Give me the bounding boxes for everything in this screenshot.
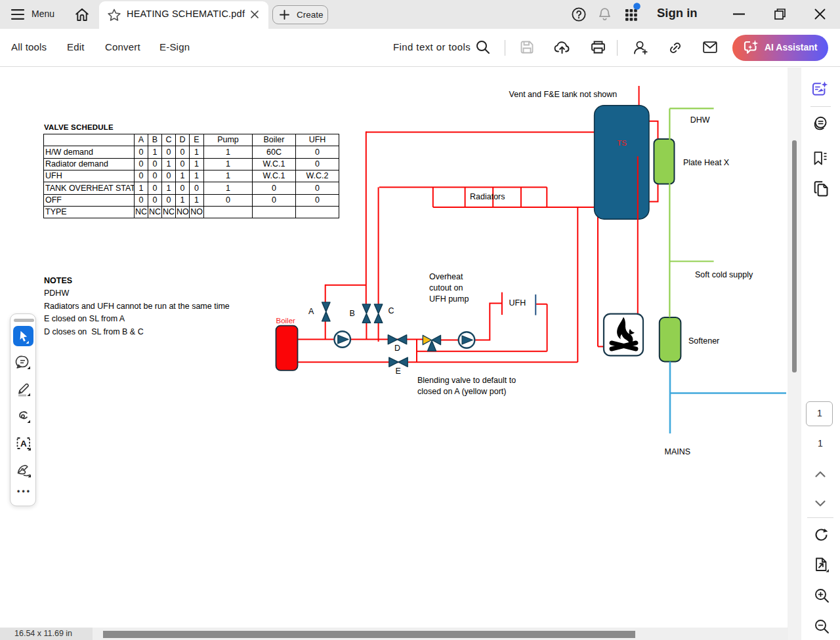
svg-text:Vent and F&E tank not shown: Vent and F&E tank not shown	[509, 90, 618, 99]
svg-text:UFH: UFH	[509, 298, 526, 308]
svg-text:TS: TS	[617, 139, 627, 147]
svg-text:Soft cold supply: Soft cold supply	[695, 270, 753, 279]
svg-text:closed on A (yellow port): closed on A (yellow port)	[417, 387, 507, 396]
svg-text:A: A	[20, 439, 27, 449]
svg-text:D: D	[394, 344, 400, 353]
svg-text:A: A	[308, 307, 314, 316]
svg-text:Boiler: Boiler	[276, 317, 296, 325]
svg-text:Overheat: Overheat	[429, 272, 463, 281]
svg-text:B: B	[350, 309, 355, 318]
svg-text:Softener: Softener	[688, 336, 719, 346]
svg-text:C: C	[388, 306, 394, 315]
svg-text:UFH pump: UFH pump	[429, 294, 469, 304]
svg-text:E: E	[396, 367, 401, 376]
svg-text:Radiators: Radiators	[470, 192, 505, 201]
svg-text:Blending valve to default to: Blending valve to default to	[417, 376, 516, 385]
svg-text:DHW: DHW	[690, 115, 710, 125]
svg-text:cutout on: cutout on	[429, 283, 463, 292]
svg-text:MAINS: MAINS	[665, 447, 691, 456]
svg-text:Plate Heat X: Plate Heat X	[683, 158, 730, 167]
